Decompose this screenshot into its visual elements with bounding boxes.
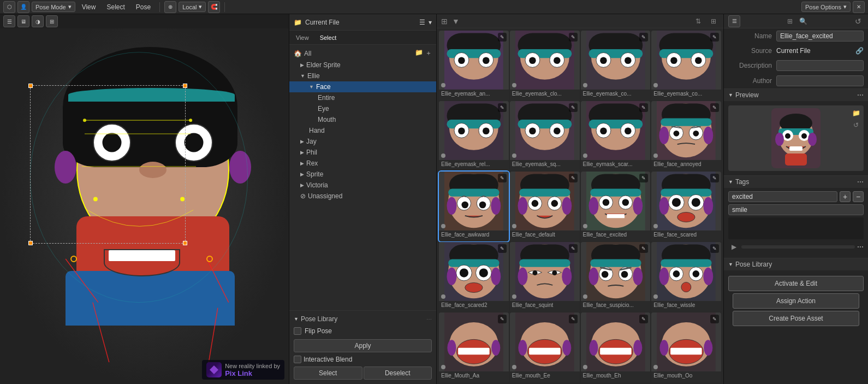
edit-icon-19[interactable]: ✎ <box>710 315 719 323</box>
edit-icon-17[interactable]: ✎ <box>569 315 578 323</box>
tree-item-unassigned[interactable]: ⊘ Unassigned <box>289 191 436 202</box>
asset-card-11[interactable]: ✎Ellie_face_scared <box>651 172 721 241</box>
asset-card-7[interactable]: ✎Ellie_face_annoyed <box>651 101 721 171</box>
select-tab[interactable]: Select <box>317 33 340 42</box>
refresh-icon[interactable]: ↺ <box>853 16 864 27</box>
asset-card-14[interactable]: ✎Ellie_face_suspicio... <box>581 242 651 312</box>
viewport-overlays-icon[interactable]: ⊞ <box>46 15 58 27</box>
tree-item-rex[interactable]: ▶ Rex <box>289 158 436 169</box>
asset-card-12[interactable]: ✎Ellie_face_scared2 <box>439 242 509 312</box>
assign-action-button[interactable]: Assign Action <box>733 293 859 309</box>
deselect-button[interactable]: Deselect <box>364 367 432 380</box>
settings-icon[interactable]: ☰ <box>419 19 425 26</box>
edit-icon-7[interactable]: ✎ <box>710 103 719 112</box>
play-icon[interactable]: ▶ <box>728 241 739 252</box>
tree-item-eye[interactable]: Eye <box>289 103 436 114</box>
tree-item-all[interactable]: 🏠 All 📁 ＋ <box>289 47 436 60</box>
tree-item-elder-sprite[interactable]: ▶ Elder Sprite <box>289 60 436 70</box>
asset-card-0[interactable]: ✎Ellie_eyemask_an... <box>439 31 509 101</box>
description-value[interactable] <box>776 60 864 71</box>
props-menu-icon[interactable]: ☰ <box>728 15 740 27</box>
edit-icon-14[interactable]: ✎ <box>639 244 648 253</box>
timeline-track[interactable] <box>741 245 855 249</box>
tree-item-ellie[interactable]: ▼ Ellie <box>289 70 436 81</box>
edit-icon-4[interactable]: ✎ <box>498 103 507 112</box>
filter-props-icon[interactable]: ⊞ <box>784 16 795 27</box>
new-folder-icon[interactable]: 📁 <box>415 49 423 58</box>
tree-item-mouth[interactable]: Mouth <box>289 114 436 125</box>
asset-card-19[interactable]: ✎Ellie_mouth_Oo <box>651 312 721 382</box>
tags-section-header[interactable]: ▼ Tags ⋯ <box>724 175 868 188</box>
preview-section-header[interactable]: ▼ Preview ⋯ <box>724 88 868 101</box>
author-value[interactable] <box>776 75 864 86</box>
pose-options-selector[interactable]: Pose Options ▾ <box>801 2 851 12</box>
close-btn[interactable]: ✕ <box>853 1 865 13</box>
pose-lib-section-header[interactable]: ▼ Pose Library <box>724 258 868 270</box>
handle-tl[interactable] <box>28 84 33 88</box>
remove-tag-button[interactable]: − <box>853 191 864 202</box>
asset-card-18[interactable]: ✎Ellie_mouth_Eh <box>581 312 651 382</box>
asset-card-3[interactable]: ✎Ellie_eyemask_co... <box>651 31 721 101</box>
edit-icon-10[interactable]: ✎ <box>639 174 648 182</box>
sort-icon[interactable]: ⇅ <box>693 16 704 27</box>
select-menu[interactable]: Select <box>102 2 129 12</box>
asset-card-2[interactable]: ✎Ellie_eyemask_co... <box>581 31 651 101</box>
asset-card-10[interactable]: ✎Ellie_face_excited <box>581 172 651 241</box>
panel-chevron[interactable]: ▾ <box>429 19 432 26</box>
add-icon[interactable]: ＋ <box>425 49 432 58</box>
view-menu[interactable]: View <box>78 2 100 12</box>
pose-mode-selector[interactable]: Pose Mode ▾ <box>32 2 75 12</box>
asset-card-1[interactable]: ✎Ellie_eyemask_clo... <box>510 31 580 101</box>
preview-folder-icon[interactable]: 📁 <box>851 108 861 119</box>
asset-card-16[interactable]: ✎Ellie_Mouth_Aa <box>439 312 509 382</box>
view-tab[interactable]: View <box>293 33 312 42</box>
handle-tr[interactable] <box>183 84 187 88</box>
viewport-shading-icon[interactable]: ◑ <box>32 15 44 27</box>
add-tag-button[interactable]: + <box>840 191 851 202</box>
edit-icon-15[interactable]: ✎ <box>710 244 719 253</box>
activate-edit-button[interactable]: Activate & Edit <box>728 276 864 291</box>
search-props-icon[interactable]: 🔍 <box>798 16 808 27</box>
asset-card-15[interactable]: ✎Ellie_face_wissle <box>651 242 721 312</box>
grid-view-icon[interactable]: ⊞ <box>441 17 448 26</box>
filter-icon[interactable]: ▼ <box>452 17 460 26</box>
pose-menu[interactable]: Pose <box>132 2 155 12</box>
asset-card-6[interactable]: ✎Ellie_eymask_scar... <box>581 101 651 171</box>
handle-br[interactable] <box>183 241 187 245</box>
transform-icon[interactable]: ⊕ <box>164 1 176 13</box>
edit-icon-9[interactable]: ✎ <box>569 174 578 182</box>
grid-size-icon[interactable]: ⊞ <box>708 16 719 27</box>
viewport-menu-icon[interactable]: ☰ <box>3 15 15 27</box>
edit-icon-6[interactable]: ✎ <box>639 103 648 112</box>
asset-card-4[interactable]: ✎Ellie_eyemask_rel... <box>439 101 509 171</box>
create-pose-asset-button[interactable]: Create Pose Asset <box>733 311 859 326</box>
tag2-field[interactable]: smile <box>728 204 864 215</box>
edit-icon-1[interactable]: ✎ <box>569 33 578 42</box>
edit-icon-0[interactable]: ✎ <box>498 33 507 42</box>
blender-icon[interactable]: ⬡ <box>3 1 15 13</box>
edit-icon-12[interactable]: ✎ <box>498 244 507 253</box>
blend-checkbox[interactable] <box>294 356 301 363</box>
tree-item-hand[interactable]: Hand <box>289 125 436 136</box>
asset-card-13[interactable]: ✎Ellie_face_squint <box>510 242 580 312</box>
pose-library-header[interactable]: ▼ Pose Library ⋯ <box>289 313 436 325</box>
edit-icon-5[interactable]: ✎ <box>569 103 578 112</box>
viewport-type-icon[interactable]: 🖥 <box>17 15 29 27</box>
edit-icon-18[interactable]: ✎ <box>639 315 648 323</box>
edit-icon-11[interactable]: ✎ <box>710 174 719 182</box>
tree-item-face[interactable]: ▼ Face <box>289 81 436 92</box>
edit-icon-16[interactable]: ✎ <box>498 315 507 323</box>
flip-pose-checkbox[interactable] <box>294 327 301 335</box>
snap-icon[interactable]: 🧲 <box>208 1 220 13</box>
name-value[interactable]: Ellie_face_excited <box>776 31 864 42</box>
edit-icon-8[interactable]: ✎ <box>498 174 507 182</box>
asset-card-5[interactable]: ✎Ellie_eyemask_sq... <box>510 101 580 171</box>
edit-icon-3[interactable]: ✎ <box>710 33 719 42</box>
tree-item-sprite[interactable]: ▶ Sprite <box>289 169 436 180</box>
apply-button[interactable]: Apply <box>294 339 432 352</box>
handle-bl[interactable] <box>28 241 33 245</box>
tree-item-phil[interactable]: ▶ Phil <box>289 147 436 158</box>
asset-card-17[interactable]: ✎Ellie_mouth_Ee <box>510 312 580 382</box>
asset-card-9[interactable]: ✎Ellie_face_default <box>510 172 580 241</box>
tag1-field[interactable]: excited <box>728 191 837 202</box>
